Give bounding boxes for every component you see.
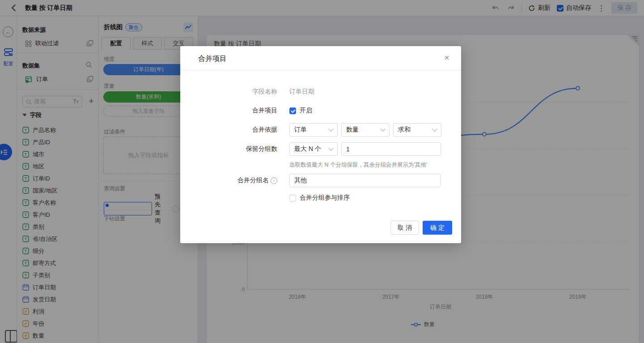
keep-groups-hint: 选取数值最大 N 个分组保留，其余分组合并展示为'其他' (289, 161, 427, 169)
cancel-button[interactable]: 取 消 (390, 221, 419, 235)
sort-row: 合并分组参与排序 (180, 194, 461, 202)
sort-participate-label: 合并分组参与排序 (300, 194, 350, 202)
dialog-header: 合并项目 × (180, 46, 461, 71)
hint-row: 选取数值最大 N 个分组保留，其余分组合并展示为'其他' (180, 161, 461, 169)
chevron-down-icon (432, 126, 437, 131)
keep-mode-select[interactable]: 最大 N 个 (289, 142, 338, 156)
field-name-row: 字段名称 订单日期 (180, 88, 461, 96)
merge-enable-row: 合并项目 开启 (180, 107, 461, 115)
app-root: 数量 按 订单日期 刷新 自动保存 ⋮ 保 存 ← (0, 0, 644, 343)
chevron-down-icon (328, 126, 333, 131)
info-icon[interactable]: i (271, 177, 277, 184)
keep-groups-label: 保留分组数 (180, 145, 277, 153)
merge-items-dialog: 合并项目 × 字段名称 订单日期 合并项目 开启 合并依据 订单 数量 求和 保… (180, 46, 461, 243)
basis-field-select[interactable]: 数量 (341, 123, 390, 137)
field-name-value: 订单日期 (289, 88, 314, 96)
merge-enable-text: 开启 (300, 107, 312, 115)
keep-count-input[interactable]: 1 (341, 142, 441, 156)
chevron-down-icon (380, 126, 385, 131)
merge-enable-checkbox[interactable] (289, 107, 296, 114)
confirm-button[interactable]: 确 定 (423, 221, 452, 235)
merge-basis-row: 合并依据 订单 数量 求和 (180, 123, 461, 137)
sort-participate-checkbox[interactable] (289, 195, 296, 202)
field-name-label: 字段名称 (180, 88, 277, 96)
basis-dataset-select[interactable]: 订单 (289, 123, 338, 137)
chevron-down-icon (328, 146, 333, 150)
merge-basis-label: 合并依据 (180, 126, 277, 134)
keep-groups-row: 保留分组数 最大 N 个 1 (180, 142, 461, 156)
group-name-input[interactable]: 其他 (289, 174, 441, 187)
close-icon[interactable]: × (441, 52, 452, 63)
basis-aggregation-select[interactable]: 求和 (393, 123, 441, 137)
group-name-row: 合并分组名i 其他 (180, 174, 461, 187)
group-name-label: 合并分组名i (180, 176, 277, 184)
dialog-title: 合并项目 (198, 54, 227, 64)
merge-items-label: 合并项目 (180, 107, 277, 115)
